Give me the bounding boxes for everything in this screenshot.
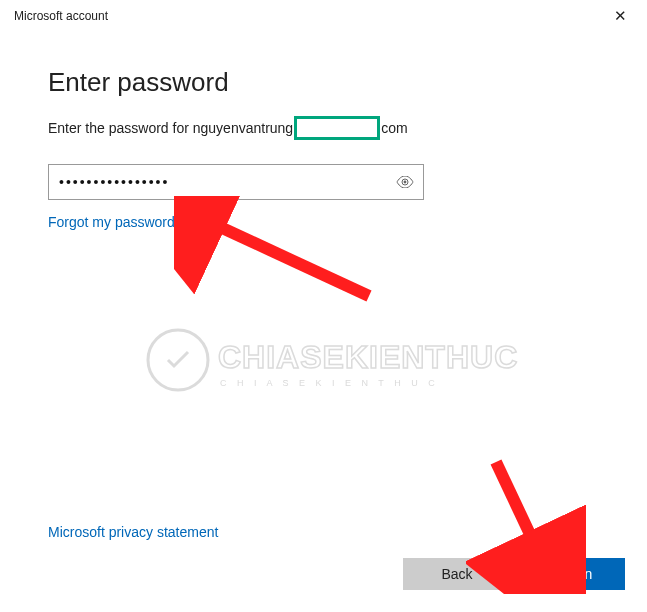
window-title: Microsoft account <box>14 9 108 23</box>
watermark-subtext: C H I A S E K I E N T H U C <box>220 378 439 388</box>
password-field-wrapper <box>48 164 424 200</box>
prompt-prefix: Enter the password for nguyenvantrung <box>48 120 293 136</box>
watermark-text: CHIASEKIENTHUC <box>218 339 518 375</box>
dialog-content: Enter password Enter the password for ng… <box>0 31 647 231</box>
svg-point-0 <box>404 181 407 184</box>
dialog-button-row: Back Sign in <box>403 558 625 590</box>
close-icon[interactable]: ✕ <box>608 6 633 25</box>
svg-line-2 <box>496 462 544 564</box>
svg-point-3 <box>148 330 208 390</box>
window-titlebar: Microsoft account ✕ <box>0 0 647 31</box>
redacted-email-segment <box>294 116 380 140</box>
back-button[interactable]: Back <box>403 558 511 590</box>
watermark: CHIASEKIENTHUC C H I A S E K I E N T H U… <box>140 320 520 410</box>
forgot-password-link[interactable]: Forgot my password <box>48 214 175 230</box>
reveal-password-icon[interactable] <box>396 176 414 188</box>
privacy-statement-link[interactable]: Microsoft privacy statement <box>48 524 218 540</box>
signin-button[interactable]: Sign in <box>517 558 625 590</box>
prompt-suffix: com <box>381 120 407 136</box>
password-input[interactable] <box>48 164 424 200</box>
prompt-text: Enter the password for nguyenvantrung co… <box>48 116 599 140</box>
page-title: Enter password <box>48 67 599 98</box>
